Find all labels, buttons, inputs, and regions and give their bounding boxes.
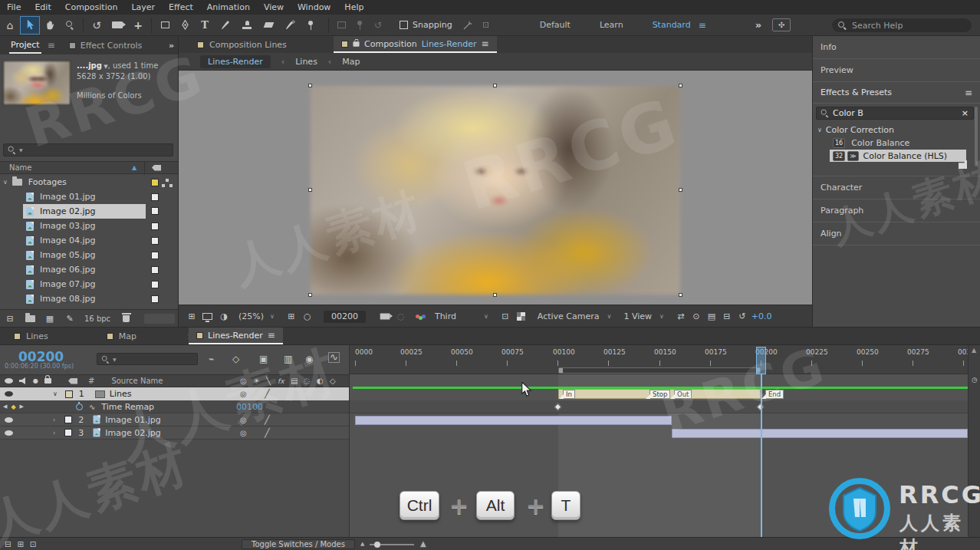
home-icon[interactable]: ⌂ [0, 19, 20, 31]
parent-pickwhip-icon[interactable]: ◎ [240, 390, 247, 398]
footage-name[interactable]: Image 05.jpg [40, 250, 95, 260]
timeline-tab-lines[interactable]: Lines [26, 331, 48, 341]
layer-label-swatch[interactable] [64, 416, 72, 423]
main-monitor-icon[interactable] [199, 313, 215, 320]
camera-dropdown-icon[interactable]: ∨ [607, 313, 612, 320]
comp-panel-menu-icon[interactable]: ≡ [482, 38, 489, 49]
layer-label-swatch[interactable] [65, 390, 73, 398]
label-swatch[interactable] [151, 193, 159, 201]
panel-header-align[interactable]: Align [813, 222, 980, 245]
lock-column-icon[interactable] [44, 378, 51, 384]
motion-blur-icon[interactable]: ◉ [305, 354, 313, 364]
label-swatch[interactable] [151, 295, 159, 303]
effect-row-selected[interactable]: 32 ≫ Color Balance (HLS) [830, 150, 966, 162]
search-help-box[interactable]: Search Help [832, 18, 972, 32]
workspace-default[interactable]: Default [540, 20, 571, 30]
footage-row-selected[interactable]: Image 02.jpg [23, 204, 146, 219]
effect-name[interactable]: Color Balance (HLS) [863, 151, 948, 161]
playhead-marker[interactable] [756, 347, 766, 374]
footage-name[interactable]: Image 04.jpg [40, 235, 95, 245]
zoom-in-mountain-icon[interactable]: ▲ [420, 539, 426, 548]
view-count-dropdown-icon[interactable]: ∨ [659, 313, 664, 320]
comp-marker-icon[interactable]: ◷ [972, 376, 978, 384]
snap-features-icon[interactable]: ⊡ [477, 20, 495, 30]
magnification-dropdown-icon[interactable]: ∨ [270, 313, 275, 320]
menu-animation[interactable]: Animation [200, 2, 257, 12]
effects-panel-menu-icon[interactable]: ≡ [965, 87, 972, 98]
roto-brush-tool-icon[interactable] [279, 20, 301, 30]
label-swatch[interactable] [151, 281, 159, 288]
layer-twirl-icon[interactable]: › [53, 417, 55, 423]
exposure-value[interactable]: +0.0 [751, 311, 772, 321]
comp-viewer[interactable] [179, 71, 813, 305]
folder-name[interactable]: Footages [28, 177, 67, 187]
layer-name[interactable]: Image 01.jpg [105, 415, 160, 425]
footage-row[interactable]: Image 03.jpg [0, 219, 179, 233]
time-remap-value[interactable]: 00100 [236, 402, 263, 412]
tab-project[interactable]: Project [9, 38, 41, 54]
layer-visibility-icon[interactable] [5, 391, 13, 397]
expand-layer-switches-icon[interactable]: ⊟ [5, 540, 11, 548]
folder-label-swatch[interactable] [151, 179, 159, 186]
footage-name[interactable]: Image 08.jpg [40, 294, 95, 304]
region-of-interest-icon[interactable]: ⊡ [498, 311, 513, 321]
footage-row[interactable]: Image 04.jpg [0, 233, 179, 248]
sync-settings-icon[interactable]: ✣ [772, 18, 791, 31]
layer-bar-image02[interactable] [672, 429, 968, 438]
rasterize-column-icon[interactable]: ╲ [266, 377, 271, 385]
footage-row[interactable]: Image 01.jpg [0, 189, 179, 204]
zoom-slider-knob[interactable] [374, 542, 380, 548]
comp-image-wrapper[interactable] [311, 86, 680, 295]
comp-timecode-field[interactable]: 00200 [324, 311, 366, 323]
stopwatch-icon[interactable] [76, 403, 83, 410]
frame-blending-icon[interactable]: ▥ [284, 354, 292, 364]
new-composition-icon[interactable]: ▦ [40, 314, 60, 324]
expand-inout-icon[interactable]: ⊡ [30, 540, 36, 548]
workspace-menu-icon[interactable]: ≡ [699, 20, 706, 31]
menu-edit[interactable]: Edit [28, 2, 58, 12]
layer-visibility-icon[interactable] [5, 417, 13, 423]
selection-tool-icon[interactable] [20, 16, 40, 35]
footage-name[interactable]: Image 02.jpg [40, 206, 95, 216]
color-depth-adjust-icon[interactable]: ✎ [60, 314, 80, 324]
next-keyframe-icon[interactable]: ▶ [20, 403, 24, 410]
layer-row[interactable]: › 2 Image 01.jpg ◎ ╱ [0, 413, 349, 426]
resolution-dropdown-icon[interactable]: ∨ [484, 313, 488, 320]
rectangle-tool-icon[interactable] [155, 21, 175, 28]
menu-help[interactable]: Help [337, 2, 370, 12]
mask-visibility-icon[interactable]: ○ [299, 311, 316, 321]
timeline-zoom-slider[interactable] [370, 544, 414, 545]
timeline-search-box[interactable]: ▼ [97, 353, 198, 365]
layer-marker-out[interactable]: Out [674, 390, 692, 399]
footage-row[interactable]: Image 08.jpg [0, 291, 179, 306]
label-column-icon[interactable] [152, 165, 161, 171]
folder-row[interactable]: ∨ Footages [0, 175, 179, 189]
group-twirl-icon[interactable]: ∨ [817, 127, 822, 133]
label-swatch[interactable] [151, 252, 159, 259]
selection-handle[interactable] [679, 188, 682, 192]
menu-view[interactable]: View [257, 2, 291, 12]
effect-group-row[interactable]: ∨ Color Correction [813, 124, 980, 136]
selection-handle[interactable] [308, 84, 312, 87]
work-area-start-handle[interactable] [559, 368, 563, 373]
effects-search-box[interactable]: Color B × [816, 107, 974, 120]
source-name-column-label[interactable]: Source Name [111, 377, 163, 385]
flowchart-icon[interactable]: ⊟ [719, 311, 735, 321]
graph-editor-icon[interactable]: ∿ [328, 352, 340, 363]
timeline-panel-menu-icon[interactable]: ≡ [268, 330, 275, 341]
tab-composition-lines[interactable]: Composition Lines [209, 40, 287, 50]
breadcrumb-current[interactable]: Lines-Render [200, 55, 271, 68]
timeline-tab-lines-render[interactable]: Lines-Render ≡ [189, 328, 283, 344]
interpret-footage-icon[interactable]: ⊟ [0, 314, 20, 324]
eraser-tool-icon[interactable] [258, 22, 279, 28]
selection-handle[interactable] [493, 293, 497, 297]
layer-marker-end[interactable]: End [765, 390, 784, 399]
selection-handle[interactable] [679, 84, 682, 87]
fx-column-icon[interactable]: fx [278, 377, 284, 385]
rotate-tool-icon[interactable]: ↺ [87, 19, 107, 31]
grid-guides-icon[interactable]: ⊞ [284, 311, 299, 321]
label-swatch[interactable] [151, 207, 159, 215]
layer-twirl-icon[interactable]: › [53, 430, 55, 436]
layer-visibility-icon[interactable] [5, 430, 13, 436]
quality-toggle-icon[interactable]: ╱ [265, 389, 270, 399]
